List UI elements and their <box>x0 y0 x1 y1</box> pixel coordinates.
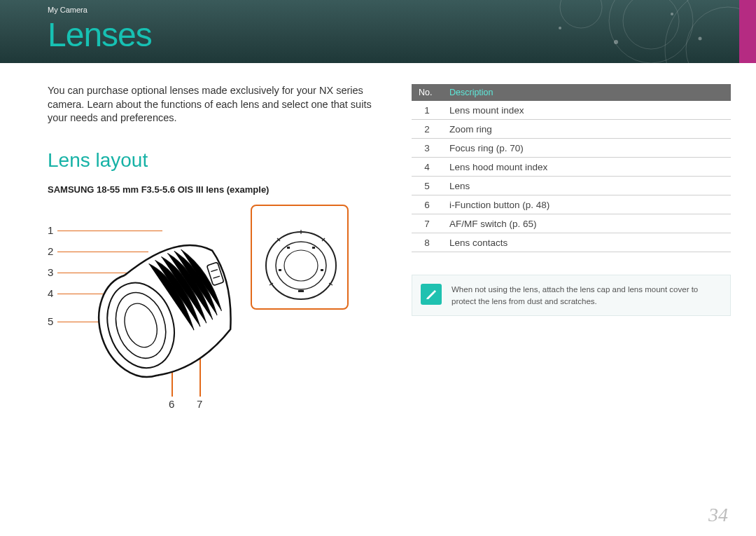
svg-point-1 <box>623 0 679 49</box>
svg-point-7 <box>699 37 702 41</box>
description-table: No. Description 1Lens mount index 2Zoom … <box>412 84 731 252</box>
right-column: No. Description 1Lens mount index 2Zoom … <box>412 84 731 419</box>
table-row: 7AF/MF switch (p. 65) <box>412 214 731 233</box>
note-text: When not using the lens, attach the lens… <box>451 284 720 307</box>
svg-point-0 <box>609 0 693 63</box>
table-row: 2Zoom ring <box>412 120 731 139</box>
side-tab <box>739 0 756 63</box>
left-column: You can purchase optional lenses made ex… <box>48 84 384 419</box>
table-row: 5Lens <box>412 177 731 195</box>
page-header: My Camera Lenses <box>0 0 756 63</box>
svg-rect-13 <box>312 247 315 249</box>
svg-point-5 <box>614 40 618 44</box>
lens-rear-inset <box>251 205 349 310</box>
table-row: 4Lens hood mount index <box>412 158 731 177</box>
svg-point-4 <box>560 0 602 28</box>
callout-5: 5 <box>48 315 53 327</box>
page-number: 34 <box>708 504 728 526</box>
content-area: You can purchase optional lenses made ex… <box>0 63 756 419</box>
table-row: 8Lens contacts <box>412 233 731 252</box>
intro-text: You can purchase optional lenses made ex… <box>48 84 384 125</box>
callout-6: 6 <box>169 398 174 410</box>
svg-rect-12 <box>287 247 290 249</box>
callout-7: 7 <box>197 398 202 410</box>
table-head-no: No. <box>412 84 442 101</box>
callout-4: 4 <box>48 287 53 299</box>
table-row: 6i-Function button (p. 48) <box>412 195 731 214</box>
svg-point-8 <box>559 27 561 29</box>
lens-illustration <box>79 219 247 387</box>
svg-point-6 <box>671 13 673 15</box>
svg-rect-14 <box>279 269 281 271</box>
table-head-desc: Description <box>442 84 731 101</box>
svg-rect-15 <box>321 269 323 271</box>
callout-3: 3 <box>48 266 53 278</box>
lens-diagram: 1 2 3 4 5 6 7 8 <box>48 202 384 419</box>
note-box: When not using the lens, attach the lens… <box>412 275 731 316</box>
lens-caption: SAMSUNG 18-55 mm F3.5-5.6 OIS III lens (… <box>48 184 384 195</box>
callout-2: 2 <box>48 245 53 257</box>
svg-point-11 <box>284 250 318 281</box>
callout-1: 1 <box>48 224 53 236</box>
header-decoration <box>490 0 756 63</box>
section-heading: Lens layout <box>48 149 384 172</box>
svg-rect-16 <box>298 290 304 292</box>
table-row: 3Focus ring (p. 70) <box>412 139 731 158</box>
pen-icon <box>421 284 442 305</box>
table-row: 1Lens mount index <box>412 101 731 120</box>
